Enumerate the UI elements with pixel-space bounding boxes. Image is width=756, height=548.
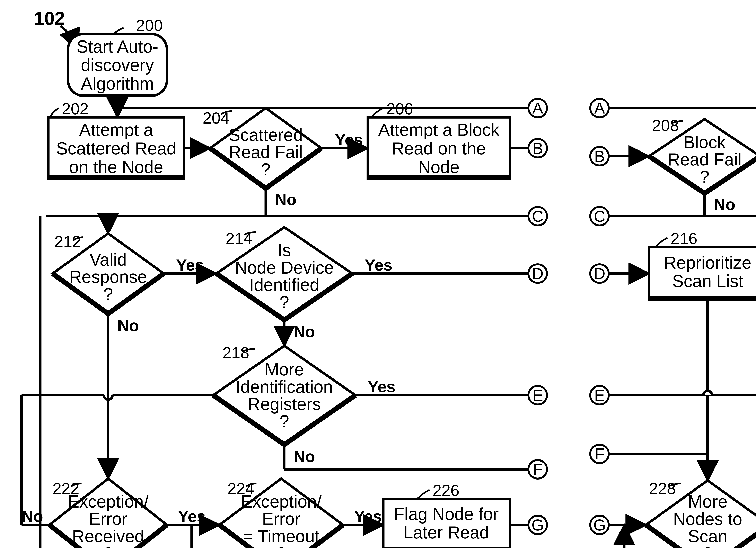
connF-in: F bbox=[595, 445, 604, 463]
yes-224: Yes bbox=[354, 507, 382, 525]
num-224: 224 bbox=[227, 479, 254, 497]
num-200: 200 bbox=[136, 16, 163, 34]
n208-l1: Block bbox=[683, 133, 726, 152]
yes-212: Yes bbox=[176, 256, 204, 274]
n228-l1: More bbox=[688, 492, 728, 511]
num-214: 214 bbox=[226, 230, 252, 248]
num-222: 222 bbox=[53, 479, 79, 497]
no-214: No bbox=[294, 323, 315, 341]
num-212: 212 bbox=[54, 233, 81, 251]
n204-l1: Scattered bbox=[229, 125, 303, 145]
connA-in: A bbox=[594, 99, 605, 117]
connG-in: G bbox=[593, 516, 606, 534]
no-212: No bbox=[117, 316, 139, 334]
num-226: 226 bbox=[433, 481, 459, 499]
n214-l4: ? bbox=[280, 292, 289, 312]
n228-l3: Scan bbox=[688, 527, 728, 546]
n206-l3: Node bbox=[418, 157, 459, 177]
num-202: 202 bbox=[62, 100, 89, 118]
n212-l3: ? bbox=[103, 284, 113, 304]
n218-l2: Identification bbox=[236, 377, 333, 396]
n216-l1: Reprioritize bbox=[664, 253, 751, 273]
n206-l1: Attempt a Block bbox=[378, 120, 500, 140]
connG-out: G bbox=[531, 516, 544, 534]
svg-rect-30 bbox=[649, 296, 756, 300]
connB-in: B bbox=[594, 147, 605, 165]
n204-l3: ? bbox=[261, 160, 271, 179]
n212-l2: Response bbox=[69, 267, 147, 286]
n214-l3: Identified bbox=[249, 275, 319, 294]
connF-out: F bbox=[533, 460, 543, 478]
svg-rect-16 bbox=[383, 547, 510, 548]
figure-ref: 102 bbox=[34, 8, 65, 29]
n222-l4: ? bbox=[103, 544, 113, 548]
connE-out: E bbox=[532, 386, 543, 404]
connA-out: A bbox=[532, 99, 543, 117]
n222-l1: Exception/ bbox=[68, 492, 149, 511]
n226-l2: Later Read bbox=[403, 523, 489, 542]
n214-l2: Node Device bbox=[235, 258, 334, 277]
n214-l1: Is bbox=[278, 241, 291, 260]
n208-l3: ? bbox=[700, 167, 709, 187]
no-208: No bbox=[714, 196, 735, 214]
n216-l2: Scan List bbox=[672, 272, 743, 291]
n222-l3: Received bbox=[72, 527, 144, 546]
n202-l2: Scattered Read bbox=[56, 139, 176, 158]
connD-out: D bbox=[532, 265, 544, 282]
yes-214: Yes bbox=[365, 256, 392, 274]
n200-l3: Algorithm bbox=[81, 74, 154, 93]
num-216: 216 bbox=[671, 230, 697, 248]
n202-l1: Attempt a bbox=[79, 120, 153, 140]
yes-222: Yes bbox=[178, 507, 206, 525]
connC-out: C bbox=[532, 207, 544, 225]
yes-204: Yes bbox=[335, 131, 363, 149]
connC-in: C bbox=[594, 207, 605, 225]
num-208: 208 bbox=[652, 116, 679, 134]
n200-l1: Start Auto- bbox=[77, 37, 158, 56]
connD-in: D bbox=[594, 265, 605, 282]
n228-l4: ? bbox=[703, 544, 712, 548]
no-218: No bbox=[294, 447, 315, 465]
num-228: 228 bbox=[649, 479, 676, 497]
n200-l2: discovery bbox=[81, 55, 154, 75]
n222-l2: Error bbox=[89, 509, 128, 529]
num-218: 218 bbox=[222, 344, 249, 362]
n228-l2: Nodes to bbox=[673, 509, 742, 529]
n218-l4: ? bbox=[280, 412, 289, 431]
n208-l2: Read Fail bbox=[668, 150, 742, 169]
n212-l1: Valid bbox=[90, 250, 127, 269]
n224-l3: = Timeout bbox=[243, 527, 319, 546]
n202-l3: on the Node bbox=[69, 157, 163, 177]
n206-l2: Read on the bbox=[392, 139, 486, 158]
no-204: No bbox=[275, 191, 297, 209]
connB-out: B bbox=[532, 139, 543, 157]
n218-l3: Registers bbox=[248, 394, 321, 414]
n224-l4: ? bbox=[276, 544, 286, 548]
n218-l1: More bbox=[265, 360, 304, 379]
connE-in: E bbox=[594, 386, 605, 404]
n204-l2: Read Fail bbox=[229, 142, 303, 162]
yes-218: Yes bbox=[368, 378, 395, 396]
n226-l1: Flag Node for bbox=[394, 504, 499, 524]
n224-l2: Error bbox=[262, 509, 300, 529]
